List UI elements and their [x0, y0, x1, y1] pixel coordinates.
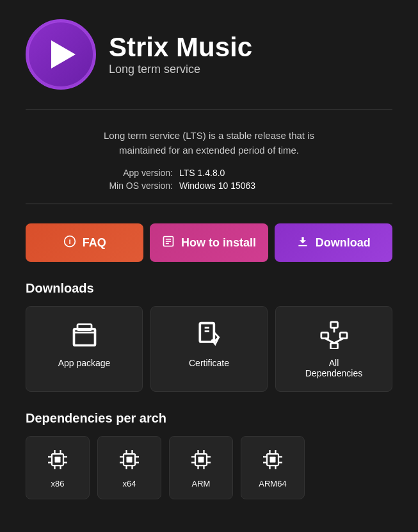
arm-label: ARM	[192, 479, 211, 488]
arch-card-x86[interactable]: x86	[26, 436, 90, 499]
howto-button[interactable]: How to install	[150, 223, 268, 262]
svg-rect-30	[127, 457, 133, 463]
svg-rect-40	[198, 457, 204, 463]
app-logo	[26, 19, 96, 90]
svg-rect-14	[340, 332, 347, 338]
app-package-label: App package	[58, 358, 111, 368]
header: Strix Music Long term service	[26, 19, 392, 90]
all-dependencies-icon	[320, 319, 348, 350]
arm64-icon	[261, 447, 284, 472]
book-icon	[162, 235, 175, 250]
info-section: Long term service (LTS) is a stable rele…	[26, 122, 392, 204]
downloads-section: Downloads App package	[26, 281, 392, 392]
svg-rect-13	[321, 332, 328, 338]
download-icon	[296, 235, 309, 250]
page-container: Strix Music Long term service Long term …	[0, 0, 418, 525]
arm-icon	[189, 447, 213, 472]
svg-rect-8	[77, 325, 92, 330]
bottom-divider	[26, 204, 392, 204]
download-card-all-dependencies[interactable]: All Dependencies	[275, 306, 392, 392]
arch-card-arm64[interactable]: ARM64	[241, 436, 305, 499]
app-version-value: LTS 1.4.8.0	[179, 168, 225, 178]
play-icon	[51, 40, 76, 69]
x86-icon	[46, 447, 69, 472]
svg-text:i: i	[68, 237, 70, 245]
arm64-label: ARM64	[259, 479, 286, 488]
faq-label: FAQ	[83, 236, 106, 250]
howto-label: How to install	[181, 236, 256, 250]
app-name: Strix Music	[109, 33, 252, 62]
header-text: Strix Music Long term service	[109, 33, 252, 76]
certificate-label: Certificate	[189, 358, 229, 368]
x86-label: x86	[51, 479, 65, 488]
all-dependencies-label: All Dependencies	[305, 358, 363, 378]
app-version-label: App version:	[96, 168, 179, 178]
download-card-certificate[interactable]: Certificate	[150, 306, 268, 392]
svg-rect-15	[330, 343, 337, 349]
app-subtitle: Long term service	[109, 63, 252, 76]
x64-label: x64	[123, 479, 136, 488]
info-icon: i	[63, 235, 76, 250]
download-label: Download	[316, 236, 371, 250]
svg-line-17	[325, 339, 334, 343]
svg-rect-20	[55, 457, 61, 463]
min-os-label: Min OS version:	[96, 181, 179, 191]
min-os-value: Windows 10 15063	[179, 181, 255, 191]
arch-card-x64[interactable]: x64	[97, 436, 161, 499]
certificate-icon	[195, 319, 223, 350]
app-version-row: App version: LTS 1.4.8.0	[96, 168, 225, 178]
dependencies-title: Dependencies per arch	[26, 411, 392, 426]
svg-rect-9	[200, 323, 214, 342]
downloads-grid: App package Certificate	[26, 306, 392, 392]
svg-rect-12	[330, 322, 337, 328]
lts-description: Long term service (LTS) is a stable rele…	[58, 129, 360, 157]
version-table: App version: LTS 1.4.8.0 Min OS version:…	[58, 168, 360, 191]
app-package-icon	[70, 319, 99, 350]
svg-line-18	[334, 339, 344, 343]
faq-button[interactable]: i FAQ	[26, 223, 143, 262]
dependencies-section: Dependencies per arch	[26, 411, 392, 499]
downloads-title: Downloads	[26, 281, 392, 296]
min-os-row: Min OS version: Windows 10 15063	[96, 181, 255, 191]
arch-card-arm[interactable]: ARM	[169, 436, 233, 499]
download-button[interactable]: Download	[275, 223, 392, 262]
top-divider	[26, 109, 392, 109]
x64-icon	[118, 447, 141, 472]
download-card-app-package[interactable]: App package	[26, 306, 143, 392]
svg-rect-50	[270, 457, 276, 463]
svg-rect-7	[74, 329, 95, 346]
arch-grid: x86 x64	[26, 436, 392, 499]
action-buttons: i FAQ How to install	[26, 223, 392, 262]
